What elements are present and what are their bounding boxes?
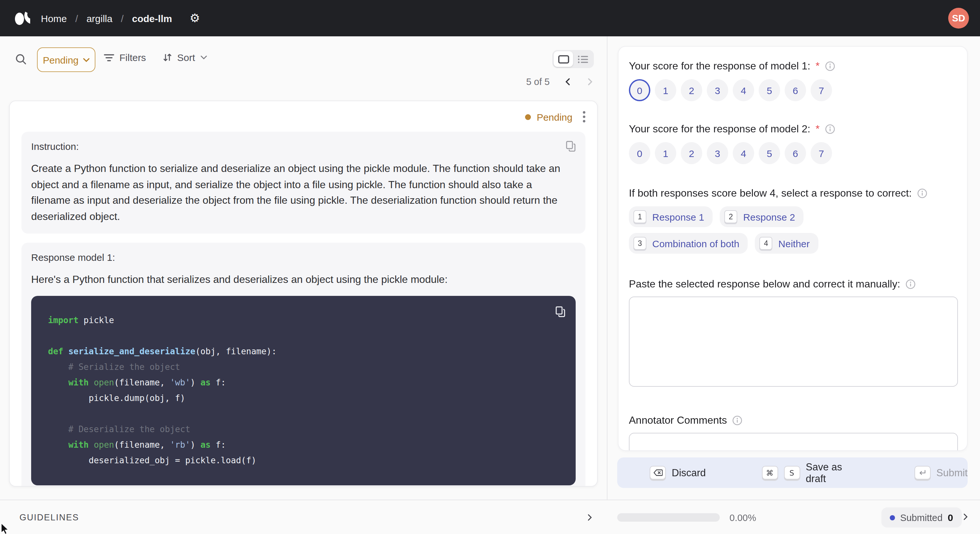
code-line: with open(filename, 'rb') as f: <box>48 437 559 453</box>
rating-option-4[interactable]: 4 <box>733 79 754 101</box>
code-line: pickle.dump(obj, f) <box>48 390 559 406</box>
guidelines-toggle[interactable]: GUIDELINES <box>19 500 79 534</box>
dataset-settings-gear-icon[interactable]: ⚙ <box>189 12 200 24</box>
code-line: # Serialize the object <box>48 359 559 375</box>
kebab-menu-icon[interactable] <box>583 111 585 122</box>
field-response-model-1: Response model 1: Here's a Python functi… <box>21 243 585 486</box>
label-option-response-1[interactable]: 1Response 1 <box>629 206 713 227</box>
sort-button[interactable]: Sort <box>163 52 207 63</box>
field-title: Response model 1: <box>31 252 115 263</box>
breadcrumb-dataset: code-llm <box>132 13 172 24</box>
question-label: Paste the selected response below and co… <box>629 278 900 290</box>
label-option-text: Neither <box>778 238 810 249</box>
metrics-expand-icon[interactable] <box>962 513 969 520</box>
record-card: Pending Instruction: Create a Python fun… <box>9 100 598 486</box>
rating-option-6[interactable]: 6 <box>785 142 806 164</box>
field-text: Here's a Python function that serializes… <box>31 272 576 288</box>
annotation-form: Your score for the response of model 1: … <box>618 46 968 451</box>
progress-bar <box>617 513 720 522</box>
breadcrumb: Home / argilla / code-llm ⚙ <box>41 12 200 24</box>
label-option-neither[interactable]: 4Neither <box>755 233 818 254</box>
info-icon[interactable] <box>917 188 928 199</box>
info-icon[interactable] <box>732 415 743 426</box>
info-icon[interactable] <box>825 61 835 72</box>
code-line: import pickle <box>48 312 559 328</box>
sort-label: Sort <box>177 52 195 63</box>
rating-option-6[interactable]: 6 <box>785 79 806 101</box>
records-panel: Pending Filters Sort <box>0 37 607 500</box>
rating-option-7[interactable]: 7 <box>811 79 832 101</box>
record-card-header: Pending <box>10 101 597 129</box>
copy-icon[interactable] <box>555 306 565 317</box>
discard-button[interactable]: Discard <box>650 466 706 480</box>
save-draft-button[interactable]: ⌘ S Save as draft <box>762 461 857 484</box>
next-record-icon[interactable] <box>586 78 594 86</box>
rating-option-3[interactable]: 3 <box>707 79 728 101</box>
question-corrected-response: Paste the selected response below and co… <box>629 278 957 290</box>
rating-option-1[interactable]: 1 <box>655 79 676 101</box>
user-avatar[interactable]: SD <box>948 8 969 29</box>
code-line: deserialized_obj = pickle.load(f) <box>48 453 559 468</box>
rating-option-4[interactable]: 4 <box>733 142 754 164</box>
rating-option-2[interactable]: 2 <box>681 142 702 164</box>
progress-percent: 0.00% <box>729 513 756 523</box>
list-view-icon <box>577 55 588 63</box>
mouse-cursor <box>1 523 10 534</box>
code-line <box>48 328 559 343</box>
search-icon[interactable] <box>14 52 27 65</box>
required-asterisk: * <box>816 60 819 72</box>
rating-option-3[interactable]: 3 <box>707 142 728 164</box>
list-view-button[interactable] <box>573 51 593 67</box>
breadcrumb-home[interactable]: Home <box>41 13 67 24</box>
corrected-response-textarea[interactable] <box>629 297 958 387</box>
label-option-group: 1Response 12Response 23Combination of bo… <box>629 206 928 254</box>
guidelines-expand-icon[interactable] <box>586 514 593 521</box>
record-pagination: 5 of 5 <box>526 76 594 87</box>
rating-group-model-2: 01234567 <box>629 142 957 164</box>
filters-button[interactable]: Filters <box>104 52 146 63</box>
required-asterisk: * <box>816 123 819 135</box>
status-filter-select[interactable]: Pending <box>37 48 95 72</box>
chevron-down-icon <box>200 55 207 60</box>
label-option-combination-of-both[interactable]: 3Combination of both <box>629 233 748 254</box>
label-option-response-2[interactable]: 2Response 2 <box>720 206 803 227</box>
card-view-button[interactable] <box>554 51 573 67</box>
submit-button[interactable]: Submit <box>915 466 968 480</box>
copy-icon[interactable] <box>566 141 576 152</box>
filter-icon <box>104 53 114 62</box>
annotator-comments-textarea[interactable] <box>629 433 958 451</box>
breadcrumb-workspace[interactable]: argilla <box>86 13 112 24</box>
rating-option-2[interactable]: 2 <box>681 79 702 101</box>
question-select-response: If both responses score below 4, select … <box>629 188 957 199</box>
status-filter-value: Pending <box>43 54 78 65</box>
info-icon[interactable] <box>905 279 916 289</box>
breadcrumb-separator: / <box>75 13 78 24</box>
prev-record-icon[interactable] <box>564 78 572 86</box>
backspace-key-icon <box>650 466 666 480</box>
submitted-counter[interactable]: Submitted 0 <box>881 507 961 528</box>
rating-option-0[interactable]: 0 <box>629 79 650 101</box>
code-line: with open(filename, 'wb') as f: <box>48 375 559 390</box>
argilla-logo-icon[interactable] <box>14 10 30 27</box>
code-block: import pickle def serialize_and_deserial… <box>31 296 576 485</box>
breadcrumb-separator: / <box>121 13 123 24</box>
rating-option-1[interactable]: 1 <box>655 142 676 164</box>
field-title: Instruction: <box>31 141 79 152</box>
field-instruction: Instruction: Create a Python function to… <box>21 132 585 234</box>
record-status-label: Pending <box>537 111 573 122</box>
form-action-bar: Discard ⌘ S Save as draft Submit <box>617 458 968 488</box>
submitted-label: Submitted <box>900 512 943 523</box>
records-toolbar: Pending Filters Sort <box>0 46 607 72</box>
rating-option-5[interactable]: 5 <box>759 79 780 101</box>
code-line: def serialize_and_deserialize(obj, filen… <box>48 343 559 359</box>
rating-option-5[interactable]: 5 <box>759 142 780 164</box>
rating-option-0[interactable]: 0 <box>629 142 650 164</box>
command-key-icon: ⌘ <box>762 466 778 480</box>
label-option-text: Response 1 <box>652 211 704 222</box>
argilla-annotation-screen: Home / argilla / code-llm ⚙ SD Pending <box>0 0 980 534</box>
card-view-icon <box>558 55 569 63</box>
info-icon[interactable] <box>825 124 835 134</box>
discard-label: Discard <box>672 467 706 478</box>
question-label: Annotator Comments <box>629 415 727 426</box>
rating-option-7[interactable]: 7 <box>811 142 832 164</box>
